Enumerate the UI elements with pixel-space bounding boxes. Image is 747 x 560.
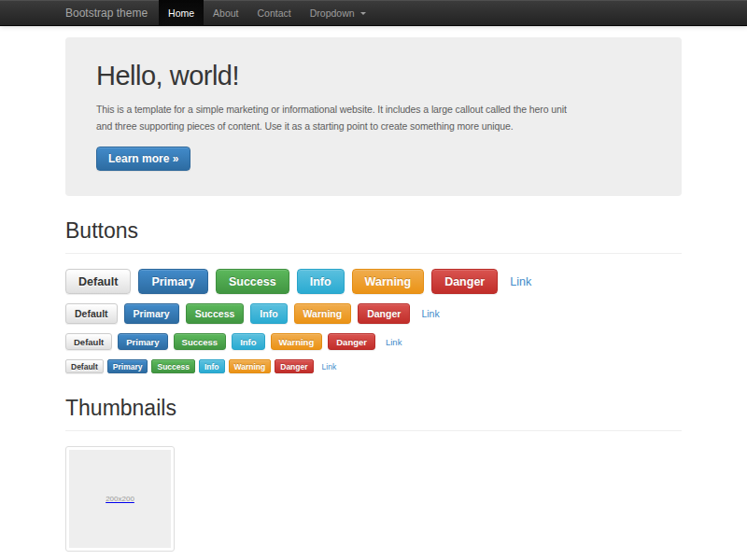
hero-text: This is a template for a simple marketin… xyxy=(96,101,651,134)
nav-item-contact[interactable]: Contact xyxy=(248,0,301,26)
button-row-large: Default Primary Success Info Warning Dan… xyxy=(65,269,682,294)
brand-link[interactable]: Bootstrap theme xyxy=(65,0,159,26)
hero-text-line2: and three supporting pieces of content. … xyxy=(96,118,651,134)
navbar-container: Bootstrap theme Home About Contact Dropd… xyxy=(65,0,682,26)
link-button-xs[interactable]: Link xyxy=(317,362,342,371)
primary-button-md[interactable]: Primary xyxy=(124,303,179,324)
danger-button-sm[interactable]: Danger xyxy=(328,333,375,350)
info-button-sm[interactable]: Info xyxy=(232,333,264,350)
primary-button-sm[interactable]: Primary xyxy=(118,333,167,350)
link-button-md[interactable]: Link xyxy=(416,308,444,319)
info-button-xs[interactable]: Info xyxy=(199,359,225,373)
default-button-md[interactable]: Default xyxy=(65,303,118,324)
button-row-extra-small: Default Primary Success Info Warning Dan… xyxy=(65,359,682,373)
link-button-sm[interactable]: Link xyxy=(381,337,406,347)
default-button-sm[interactable]: Default xyxy=(65,333,112,350)
hero-text-line1: This is a template for a simple marketin… xyxy=(96,101,651,118)
caret-down-icon xyxy=(360,12,366,15)
nav-item-home-label: Home xyxy=(168,7,194,19)
warning-button-md[interactable]: Warning xyxy=(294,303,352,324)
danger-button-lg[interactable]: Danger xyxy=(431,269,498,294)
danger-button-xs[interactable]: Danger xyxy=(275,359,313,373)
button-row-default: Default Primary Success Info Warning Dan… xyxy=(65,303,682,324)
button-row-small: Default Primary Success Info Warning Dan… xyxy=(65,333,682,350)
nav-item-about-label: About xyxy=(213,7,238,19)
nav-item-dropdown[interactable]: Dropdown xyxy=(301,0,375,26)
danger-button-md[interactable]: Danger xyxy=(358,303,410,324)
thumbnail-placeholder-image: 200x200 xyxy=(69,450,171,548)
warning-button-sm[interactable]: Warning xyxy=(271,333,323,350)
info-button-lg[interactable]: Info xyxy=(297,269,345,294)
success-button-lg[interactable]: Success xyxy=(216,269,289,294)
thumbnail-placeholder-label: 200x200 xyxy=(106,495,134,503)
nav-item-about[interactable]: About xyxy=(204,0,247,26)
buttons-heading: Buttons xyxy=(65,218,682,244)
warning-button-xs[interactable]: Warning xyxy=(229,359,272,373)
warning-button-lg[interactable]: Warning xyxy=(352,269,425,294)
primary-button-lg[interactable]: Primary xyxy=(138,269,208,294)
success-button-xs[interactable]: Success xyxy=(151,359,195,373)
default-button-lg[interactable]: Default xyxy=(65,269,131,294)
jumbotron: Hello, world! This is a template for a s… xyxy=(65,37,682,196)
thumbnail[interactable]: 200x200 xyxy=(65,446,175,552)
buttons-section-header: Buttons xyxy=(65,218,682,254)
main-container: Hello, world! This is a template for a s… xyxy=(65,37,682,552)
primary-button-xs[interactable]: Primary xyxy=(107,359,148,373)
learn-more-button[interactable]: Learn more » xyxy=(96,147,190,171)
navbar-menu: Home About Contact Dropdown xyxy=(159,0,375,26)
nav-item-dropdown-label: Dropdown xyxy=(310,7,355,19)
nav-item-contact-label: Contact xyxy=(258,7,291,19)
hero-title: Hello, world! xyxy=(96,61,651,91)
thumbnails-heading: Thumbnails xyxy=(65,396,682,421)
thumbnails-section-header: Thumbnails xyxy=(65,396,682,431)
success-button-md[interactable]: Success xyxy=(186,303,245,324)
link-button-lg[interactable]: Link xyxy=(505,275,536,288)
default-button-xs[interactable]: Default xyxy=(65,359,104,373)
success-button-sm[interactable]: Success xyxy=(174,333,227,350)
navbar: Bootstrap theme Home About Contact Dropd… xyxy=(0,0,747,26)
info-button-md[interactable]: Info xyxy=(250,303,287,324)
nav-item-home[interactable]: Home xyxy=(159,0,204,26)
